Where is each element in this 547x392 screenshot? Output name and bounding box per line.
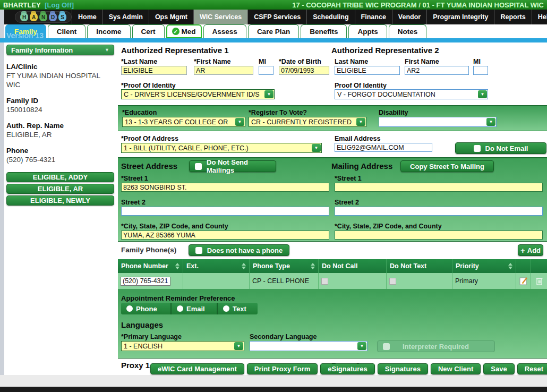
- menu-scheduling[interactable]: Scheduling: [306, 10, 354, 24]
- street2-input[interactable]: [121, 207, 329, 216]
- phone-number-input[interactable]: [121, 277, 170, 286]
- agency-clinic-title: 17 - COCOPAH TRIBE WIC PROGRAM / 01 - FT…: [292, 1, 544, 9]
- contact-section: *Proof Of Address 1 - BILL (UTILITY, CAB…: [118, 131, 547, 157]
- does-not-have-phone-label: Does not have a phone: [207, 246, 283, 254]
- col-priority[interactable]: Priority: [452, 259, 516, 273]
- ar1-first-name-input[interactable]: [194, 66, 253, 75]
- esignatures-button[interactable]: eSignatures: [320, 363, 374, 374]
- trash-icon[interactable]: [534, 276, 544, 286]
- street1-input[interactable]: [121, 183, 329, 192]
- tab-income[interactable]: Income: [87, 24, 130, 38]
- do-not-email-button[interactable]: Do Not Email: [455, 142, 546, 154]
- menu-reports[interactable]: Reports: [494, 10, 531, 24]
- street-address-heading: Street Address: [121, 161, 177, 171]
- reminder-preference-group: Phone Email Text: [121, 303, 258, 314]
- proof-of-address-select[interactable]: 1 - BILL (UTILITY, CABLE, PHONE, ETC.) ▼: [121, 143, 322, 153]
- checkbox-icon: [195, 163, 202, 170]
- signatures-button[interactable]: Signatures: [378, 363, 428, 374]
- mailing-city-state-zip-input[interactable]: [335, 231, 543, 240]
- member-button-eligible-ar[interactable]: ELIGIBLE, AR: [6, 184, 114, 194]
- does-not-have-phone-button[interactable]: Does not have a phone: [189, 244, 289, 256]
- disability-select[interactable]: ▼: [379, 117, 497, 127]
- reminder-option-text[interactable]: Text: [218, 303, 258, 314]
- menu-help[interactable]: Help: [532, 10, 547, 24]
- register-to-vote-select[interactable]: CR - CURRENTLY REGISTERED ▼: [249, 117, 366, 127]
- save-button[interactable]: Save: [483, 363, 514, 374]
- tab-benefits[interactable]: Benefits: [301, 24, 347, 38]
- secondary-language-select[interactable]: ▼: [250, 341, 367, 351]
- reminder-option-phone[interactable]: Phone: [121, 303, 172, 314]
- hands-logo: H A N D S: [15, 11, 72, 23]
- tab-med[interactable]: ✓ Med: [166, 24, 202, 38]
- tab-assess[interactable]: Assess: [203, 24, 246, 38]
- ar1-mi-label: MI: [259, 58, 266, 65]
- reminder-option-email[interactable]: Email: [172, 303, 218, 314]
- primary-language-select[interactable]: 1 - ENGLISH ▼: [121, 341, 244, 351]
- menu-sys-admin[interactable]: Sys Admin: [102, 10, 149, 24]
- city-state-zip-input[interactable]: [121, 231, 329, 240]
- tab-notes[interactable]: Notes: [389, 24, 427, 38]
- edit-icon[interactable]: [519, 276, 528, 286]
- priority-cell: Primary: [452, 273, 516, 289]
- col-do-not-text[interactable]: Do Not Text: [387, 259, 452, 273]
- print-proxy-form-button[interactable]: Print Proxy Form: [247, 363, 318, 374]
- user-session: BHARTLEY [Log Off]: [3, 1, 74, 9]
- copy-street-to-mailing-button[interactable]: Copy Street To Mailing: [400, 160, 494, 172]
- mailing-street1-input[interactable]: [335, 183, 543, 192]
- col-ext[interactable]: Ext.: [183, 259, 250, 273]
- family-phones-header: Family Phone(s) Does not have a phone + …: [118, 242, 547, 259]
- ewic-card-management-button[interactable]: eWIC Card Management: [150, 363, 244, 374]
- radio-icon: [223, 305, 229, 312]
- tab-cert[interactable]: Cert: [132, 24, 165, 38]
- ar1-dob-input[interactable]: [279, 66, 329, 75]
- primary-language-value: 1 - ENGLISH: [124, 343, 163, 350]
- menu-finance[interactable]: Finance: [355, 10, 392, 24]
- new-client-button[interactable]: New Client: [431, 363, 481, 374]
- hand-logo-letter: S: [58, 13, 66, 21]
- hand-logo-letter: A: [30, 13, 38, 21]
- sort-icon[interactable]: [175, 263, 180, 269]
- log-off-link[interactable]: [Log Off]: [45, 1, 74, 9]
- menu-program-integrity[interactable]: Program Integrity: [426, 10, 494, 24]
- proof-of-address-value: 1 - BILL (UTILITY, CABLE, PHONE, ETC.): [124, 144, 249, 152]
- ar2-proof-identity-select[interactable]: V - FORGOT DOCUMENTATION ▼: [335, 89, 488, 99]
- col-ext-label: Ext.: [186, 262, 199, 270]
- education-select[interactable]: 13 - 1-3 YEARS OF COLLEGE OR ▼: [122, 117, 245, 127]
- tab-care-plan[interactable]: Care Plan: [248, 24, 299, 38]
- col-phone-number[interactable]: Phone Number: [118, 259, 183, 273]
- menu-home[interactable]: Home: [72, 10, 102, 24]
- ar2-mi-input[interactable]: [473, 66, 488, 75]
- ar1-mi-input[interactable]: [259, 66, 274, 75]
- menu-csfp-services[interactable]: CSFP Services: [247, 10, 306, 24]
- menu-vendor[interactable]: Vendor: [392, 10, 426, 24]
- dropdown-arrow-icon: ▼: [264, 90, 274, 98]
- ar2-last-name-input[interactable]: [335, 66, 400, 75]
- ar2-first-name-input[interactable]: [405, 66, 469, 75]
- mailing-street2-label: Street 2: [335, 199, 359, 206]
- radio-icon: [177, 305, 183, 312]
- ar1-last-name-input[interactable]: [121, 66, 187, 75]
- col-phone-number-label: Phone Number: [121, 262, 168, 270]
- member-button-eligible-newly[interactable]: ELIGIBLE, NEWLY: [6, 195, 114, 206]
- ar1-proof-identity-select[interactable]: C - DRIVER'S LICENSE/GOVERNMENT ID/S ▼: [121, 89, 275, 99]
- tab-family[interactable]: Family: [5, 24, 46, 38]
- reset-button[interactable]: Reset: [517, 363, 547, 374]
- menu-ops-mgmt[interactable]: Ops Mgmt: [149, 10, 193, 24]
- col-phone-type[interactable]: Phone Type: [250, 259, 319, 273]
- menu-items: Home Sys Admin Ops Mgmt WIC Services CSF…: [72, 10, 547, 24]
- mailing-street2-input[interactable]: [335, 207, 543, 216]
- menu-wic-services[interactable]: WIC Services: [193, 10, 247, 24]
- do-not-send-mailings-button[interactable]: Do Not Send Mailings: [189, 160, 276, 172]
- do-not-call-checkbox[interactable]: [321, 278, 328, 285]
- sort-icon[interactable]: [242, 263, 246, 269]
- sort-icon[interactable]: [311, 263, 315, 269]
- tab-appts[interactable]: Appts: [348, 24, 387, 38]
- family-information-dropdown[interactable]: Family Information ▼: [6, 45, 114, 55]
- col-do-not-call[interactable]: Do Not Call: [319, 259, 387, 273]
- add-phone-button[interactable]: + Add: [518, 244, 543, 256]
- sort-icon[interactable]: [508, 263, 512, 269]
- do-not-text-checkbox[interactable]: [389, 278, 396, 285]
- member-button-eligible-addy[interactable]: ELIGIBLE, ADDY: [6, 172, 114, 182]
- email-address-input[interactable]: [335, 143, 432, 152]
- tab-client[interactable]: Client: [48, 24, 86, 38]
